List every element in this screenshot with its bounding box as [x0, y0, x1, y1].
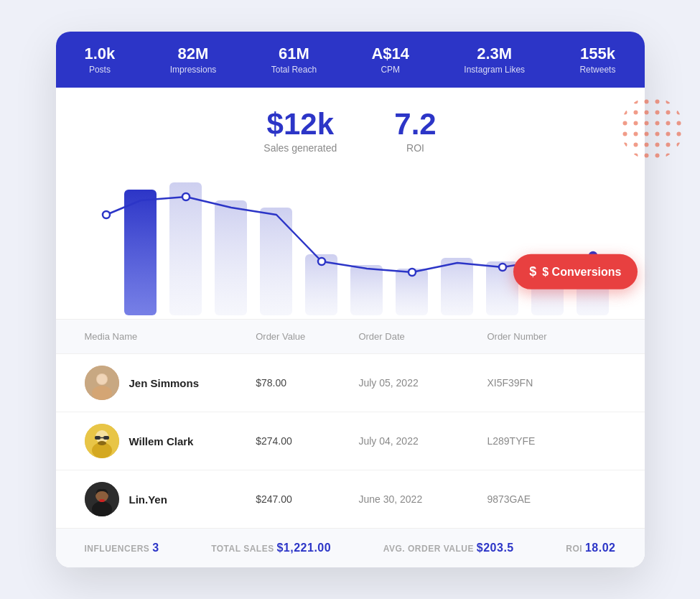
footer-total-sales: TOTAL SALES $1,221.00 — [211, 542, 331, 554]
media-cell-willem: Willem Clark — [85, 424, 256, 458]
stat-instagram: 2.3M Instagram Likes — [464, 45, 525, 75]
stat-retweets-label: Retweets — [579, 65, 615, 75]
main-content: $12k Sales generated 7.2 ROI — [56, 88, 645, 319]
table-row: Jen Simmons $78.00 July 05, 2022 XI5F39F… — [56, 353, 645, 412]
svg-rect-0 — [124, 190, 157, 315]
stats-bar: 1.0k Posts 82M Impressions 61M Total Rea… — [56, 32, 645, 88]
svg-point-11 — [103, 211, 110, 218]
kpi-roi: 7.2 ROI — [394, 109, 436, 154]
col-order-value: Order Value — [256, 331, 358, 342]
svg-rect-2 — [215, 200, 247, 315]
media-cell-lin: Lin.Yen — [85, 482, 256, 516]
stat-reach-value: 61M — [271, 45, 317, 63]
stat-cpm-value: A$14 — [371, 45, 409, 63]
order-number-jen: XI5F39FN — [487, 377, 615, 389]
media-cell-jen: Jen Simmons — [85, 366, 256, 400]
stat-impressions-value: 82M — [170, 45, 217, 63]
table-footer: INFLUENCERS 3 TOTAL SALES $1,221.00 AVG.… — [56, 528, 645, 567]
order-date-jen: July 05, 2022 — [358, 377, 487, 389]
svg-point-19 — [92, 386, 112, 400]
svg-rect-24 — [95, 436, 101, 440]
svg-rect-1 — [169, 182, 202, 315]
deco-dots — [620, 96, 684, 161]
svg-point-20 — [97, 374, 107, 384]
stat-posts-value: 1.0k — [85, 45, 116, 63]
svg-point-12 — [182, 193, 190, 200]
stat-impressions-label: Impressions — [170, 65, 217, 75]
stat-retweets-value: 155k — [579, 45, 615, 63]
avatar-willem — [85, 424, 119, 458]
dashboard-card: 1.0k Posts 82M Impressions 61M Total Rea… — [56, 32, 645, 567]
table-row: Willem Clark $274.00 July 04, 2022 L289T… — [56, 412, 645, 470]
svg-point-15 — [499, 264, 506, 271]
name-lin: Lin.Yen — [129, 493, 167, 506]
stat-instagram-label: Instagram Likes — [464, 65, 525, 75]
svg-rect-7 — [441, 258, 473, 315]
order-value-jen: $78.00 — [256, 377, 358, 389]
conversions-button[interactable]: $ $ Conversions — [513, 254, 637, 289]
table-header: Media Name Order Value Order Date Order … — [56, 319, 645, 353]
order-value-willem: $274.00 — [256, 435, 358, 447]
dollar-icon: $ — [529, 264, 536, 279]
order-date-willem: July 04, 2022 — [358, 435, 487, 447]
name-willem: Willem Clark — [129, 435, 194, 447]
svg-rect-3 — [260, 208, 292, 315]
kpi-sales-value: $12k — [263, 109, 337, 139]
order-number-lin: 9873GAE — [487, 493, 615, 505]
avatar-jen — [85, 366, 119, 400]
chart-area: $ $ Conversions — [85, 175, 616, 319]
svg-rect-25 — [103, 436, 109, 440]
kpi-roi-value: 7.2 — [394, 109, 436, 139]
avatar-lin — [85, 482, 119, 516]
svg-point-33 — [620, 97, 683, 160]
order-value-lin: $247.00 — [256, 493, 358, 505]
table-section: Media Name Order Value Order Date Order … — [56, 319, 645, 567]
stat-retweets: 155k Retweets — [579, 45, 615, 75]
col-order-date: Order Date — [358, 331, 487, 342]
order-date-lin: June 30, 2022 — [358, 493, 487, 505]
bar-chart — [85, 175, 616, 319]
stat-instagram-value: 2.3M — [464, 45, 525, 63]
col-order-number: Order Number — [487, 331, 615, 342]
footer-roi: ROI 18.02 — [566, 542, 615, 554]
svg-rect-5 — [350, 265, 383, 315]
footer-influencers: INFLUENCERS 3 — [85, 542, 159, 554]
col-media-name: Media Name — [85, 331, 256, 342]
kpi-sales: $12k Sales generated — [263, 109, 337, 154]
stat-posts: 1.0k Posts — [85, 45, 116, 75]
kpi-sales-label: Sales generated — [263, 142, 337, 154]
kpi-roi-label: ROI — [394, 142, 436, 154]
name-jen: Jen Simmons — [129, 377, 200, 389]
svg-point-13 — [318, 258, 325, 265]
stat-posts-label: Posts — [85, 65, 116, 75]
svg-point-30 — [92, 501, 112, 516]
stat-reach-label: Total Reach — [271, 65, 317, 75]
stat-cpm-label: CPM — [371, 65, 409, 75]
stat-cpm: A$14 CPM — [371, 45, 409, 75]
svg-point-27 — [98, 441, 106, 445]
conversions-label: $ Conversions — [542, 265, 621, 278]
order-number-willem: L289TYFE — [487, 435, 615, 447]
table-row: Lin.Yen $247.00 June 30, 2022 9873GAE — [56, 470, 645, 528]
svg-point-14 — [409, 269, 416, 276]
svg-point-31 — [99, 499, 105, 502]
footer-avg-order: AVG. ORDER VALUE $203.5 — [383, 542, 514, 554]
stat-impressions: 82M Impressions — [170, 45, 217, 75]
kpi-row: $12k Sales generated 7.2 ROI — [85, 109, 616, 154]
stat-reach: 61M Total Reach — [271, 45, 317, 75]
